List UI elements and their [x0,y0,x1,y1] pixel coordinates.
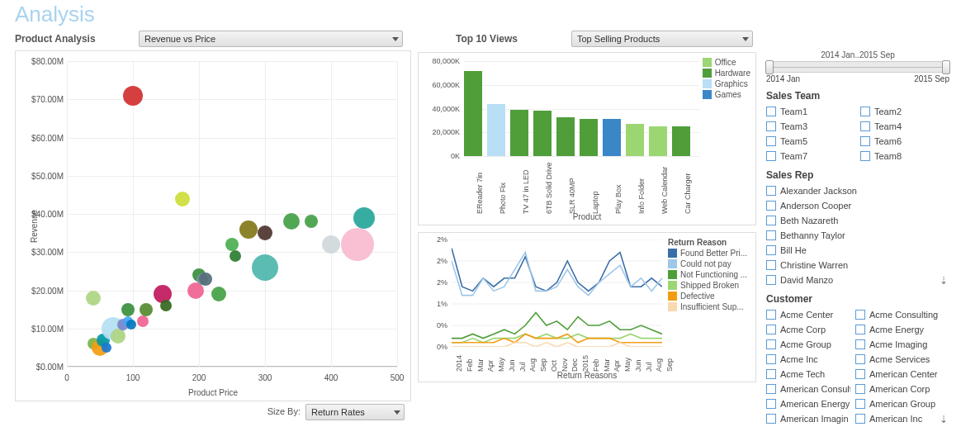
checkbox-icon[interactable] [860,151,870,161]
customer-checkbox[interactable]: Acme Inc [766,352,850,366]
checkbox-icon[interactable] [766,151,776,161]
team-checkbox[interactable]: Team2 [860,104,949,118]
checkbox-icon[interactable] [766,230,776,240]
customer-checkbox[interactable]: Acme Imaging [855,337,940,351]
bar[interactable] [603,119,621,156]
scatter-point[interactable] [140,303,153,316]
scroll-down-icon[interactable]: ⇣ [940,414,949,425]
line-series[interactable] [452,248,662,291]
customer-checkbox[interactable]: Acme Corp [766,322,850,336]
customer-checkbox[interactable]: Acme Center [766,307,850,321]
rep-checkbox[interactable]: Anderson Cooper [766,198,940,212]
slider-thumb-end[interactable] [942,60,950,74]
team-checkbox[interactable]: Team7 [766,149,855,163]
bar[interactable] [533,111,552,156]
scatter-point[interactable] [111,329,125,344]
customer-checkbox[interactable]: Acme Services [855,352,940,366]
checkbox-icon[interactable] [766,339,776,349]
rep-checkbox[interactable]: Bill He [766,243,940,257]
product-analysis-dropdown[interactable]: Revenue vs Price [139,31,403,47]
scatter-point[interactable] [160,300,172,311]
bar[interactable] [672,126,690,156]
customer-checkbox[interactable]: American Consult [766,382,850,396]
scatter-point[interactable] [341,228,374,261]
checkbox-icon[interactable] [766,414,776,424]
checkbox-icon[interactable] [855,399,865,409]
checkbox-icon[interactable] [766,384,776,394]
scatter-point[interactable] [252,254,278,281]
scatter-point[interactable] [126,320,136,330]
checkbox-icon[interactable] [766,310,776,320]
checkbox-icon[interactable] [855,310,865,320]
scatter-point[interactable] [353,207,375,229]
bar[interactable] [580,119,598,156]
scatter-point[interactable] [239,220,258,239]
checkbox-icon[interactable] [860,107,870,116]
team-checkbox[interactable]: Team8 [860,149,949,163]
scatter-point[interactable] [283,213,300,230]
rep-checkbox[interactable]: Beth Nazareth [766,213,940,227]
checkbox-icon[interactable] [855,354,865,364]
rep-checkbox[interactable]: David Manzo [766,273,940,287]
team-checkbox[interactable]: Team6 [860,134,949,148]
customer-checkbox[interactable]: American Imagin [766,411,850,425]
checkbox-icon[interactable] [855,325,865,334]
customer-checkbox[interactable]: Acme Consulting [855,307,940,321]
checkbox-icon[interactable] [766,201,776,211]
bar[interactable] [626,124,644,156]
bar[interactable] [464,71,482,157]
customer-checkbox[interactable]: American Energy [766,396,850,410]
checkbox-icon[interactable] [766,369,776,379]
scroll-down-icon[interactable]: ⇣ [940,275,949,287]
checkbox-icon[interactable] [766,275,776,285]
checkbox-icon[interactable] [855,339,865,349]
scatter-point[interactable] [199,273,212,286]
scatter-point[interactable] [86,291,101,306]
bar[interactable] [649,126,667,156]
customer-checkbox[interactable]: American Group [855,396,940,410]
checkbox-icon[interactable] [766,186,776,196]
slider-thumb-start[interactable] [765,60,774,74]
customer-checkbox[interactable]: American Inc [855,411,940,425]
scatter-point[interactable] [225,238,239,251]
rep-checkbox[interactable]: Bethanny Taylor [766,228,940,242]
checkbox-icon[interactable] [855,384,865,394]
team-checkbox[interactable]: Team1 [766,104,855,118]
team-checkbox[interactable]: Team3 [766,119,855,133]
checkbox-icon[interactable] [766,399,776,409]
checkbox-icon[interactable] [766,245,776,255]
bar[interactable] [510,110,528,156]
checkbox-icon[interactable] [766,107,776,116]
line-series[interactable] [452,253,662,296]
customer-checkbox[interactable]: Acme Group [766,337,850,351]
checkbox-icon[interactable] [766,260,776,270]
rep-checkbox[interactable]: Alexander Jackson [766,183,940,197]
top10-bar-chart[interactable]: 0K20,000K40,000K60,000K80,000K EReader 7… [418,52,756,225]
bar[interactable] [487,104,505,156]
scatter-point[interactable] [121,303,135,316]
scatter-point[interactable] [305,215,318,228]
checkbox-icon[interactable] [855,414,865,424]
scatter-chart[interactable]: Revenue $0.00M$10.00M$20.00M$30.00M$40.0… [15,50,411,401]
scatter-point[interactable] [137,315,149,327]
checkbox-icon[interactable] [860,136,870,146]
checkbox-icon[interactable] [860,121,870,131]
bar[interactable] [556,117,575,156]
scatter-point[interactable] [230,250,241,262]
checkbox-icon[interactable] [855,369,865,379]
checkbox-icon[interactable] [766,216,776,225]
scatter-point[interactable] [211,287,226,301]
scatter-point[interactable] [322,235,340,254]
scatter-point[interactable] [258,225,272,240]
checkbox-icon[interactable] [766,136,776,146]
team-checkbox[interactable]: Team5 [766,134,855,148]
customer-checkbox[interactable]: American Corp [855,382,940,396]
checkbox-icon[interactable] [766,354,776,364]
rep-checkbox[interactable]: Christine Warren [766,258,940,272]
customer-checkbox[interactable]: Acme Tech [766,367,850,381]
customer-checkbox[interactable]: American Center [855,367,940,381]
checkbox-icon[interactable] [766,325,776,334]
customer-checkbox[interactable]: Acme Energy [855,322,940,336]
scatter-point[interactable] [102,343,111,353]
time-slider[interactable]: 2014 Jan..2015 Sep 2014 Jan 2015 Sep [766,50,949,83]
